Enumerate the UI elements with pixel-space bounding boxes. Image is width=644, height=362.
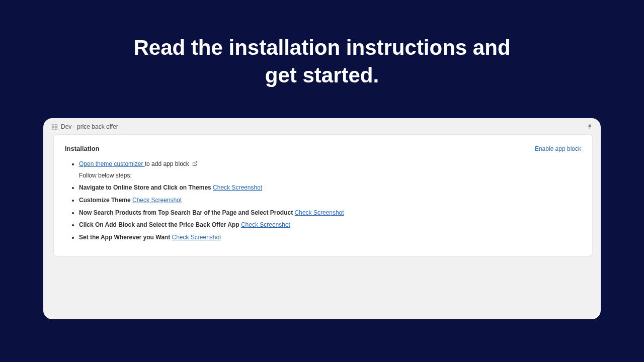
step4-text: Click On Add Block and Select the Price … [79,221,239,228]
follow-steps-label: Follow below steps: [79,171,581,180]
step-set-app: Set the App Wherever you Want Check Scre… [79,233,581,242]
step-add-block: Click On Add Block and Select the Price … [79,220,581,230]
open-customizer-suffix: to add app block [145,160,189,167]
window-title: Dev - price back offer [61,123,586,130]
svg-rect-1 [55,124,57,126]
step2-text: Customize Theme [79,197,131,204]
svg-rect-0 [52,124,54,126]
enable-app-block-link[interactable]: Enable app block [535,145,581,152]
step5-screenshot-link[interactable]: Check Screenshot [172,234,221,241]
step1-screenshot-link[interactable]: Check Screenshot [213,184,262,191]
svg-line-4 [195,162,197,164]
installation-steps-list: Open theme customizer to add app block F… [65,159,581,242]
external-link-icon [192,161,198,166]
open-theme-customizer-link[interactable]: Open theme customizer [79,160,145,167]
step-customize-theme: Customize Theme Check Screenshot [79,196,581,205]
step-navigate-themes: Navigate to Online Store and Click on Th… [79,183,581,193]
step3-screenshot-link[interactable]: Check Screenshot [295,209,344,216]
step-search-products: Now Search Products from Top Search Bar … [79,208,581,218]
window-header: Dev - price back offer [43,123,601,134]
step4-screenshot-link[interactable]: Check Screenshot [241,221,290,228]
page-headline: Read the installation instructions and g… [131,34,513,89]
card-title: Installation [65,145,100,152]
step-open-customizer: Open theme customizer to add app block F… [79,159,581,180]
panel-area: Installation Enable app block Open theme… [43,134,601,264]
step2-screenshot-link[interactable]: Check Screenshot [132,197,182,204]
pin-icon[interactable] [586,124,593,130]
app-window: Dev - price back offer Installation Enab… [43,118,601,319]
app-icon [51,124,58,130]
installation-card: Installation Enable app block Open theme… [53,134,593,256]
page-wrapper: Read the installation instructions and g… [0,0,644,362]
step3-text: Now Search Products from Top Search Bar … [79,209,293,216]
step1-text: Navigate to Online Store and Click on Th… [79,184,211,191]
card-header: Installation Enable app block [65,145,581,152]
svg-rect-2 [52,127,54,129]
svg-rect-3 [55,127,57,129]
step5-text: Set the App Wherever you Want [79,234,170,241]
